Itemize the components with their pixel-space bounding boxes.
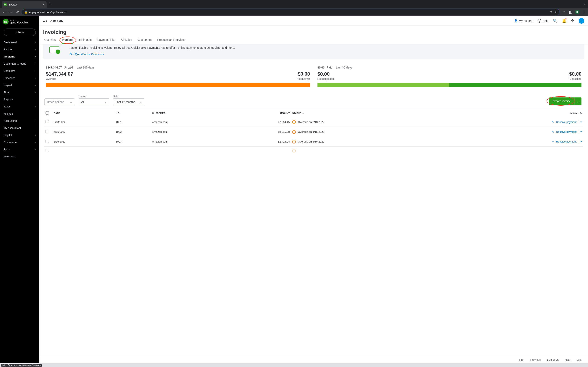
- promo-link[interactable]: Get QuickBooks Payments: [70, 53, 104, 56]
- kebab-icon[interactable]: ⋮: [582, 10, 586, 14]
- edit-icon[interactable]: ✎: [552, 120, 554, 124]
- summary-paid[interactable]: $0.00 Paid Last 30 days $0.00Not deposit…: [318, 66, 582, 87]
- company-name[interactable]: Acme US: [51, 19, 63, 22]
- tab-invoices[interactable]: Invoices: [62, 38, 73, 44]
- col-amount[interactable]: AMOUNT: [229, 109, 291, 117]
- receive-payment-link[interactable]: Receive payment: [556, 130, 577, 133]
- pager-next[interactable]: Next: [565, 358, 571, 361]
- edit-icon[interactable]: ✎: [552, 140, 554, 143]
- table-settings-icon[interactable]: ⚙: [579, 112, 582, 115]
- edit-icon[interactable]: ✎: [552, 130, 554, 133]
- row-checkbox[interactable]: [45, 140, 49, 143]
- browser-toolbar: ← → ⟳ 🔒 app.qbo.intuit.com/app/invoices …: [0, 8, 588, 16]
- new-tab-button[interactable]: +: [49, 2, 51, 6]
- close-icon[interactable]: ×: [43, 3, 44, 6]
- col-status[interactable]: STATUS ▲: [291, 109, 441, 117]
- sidebar-item-expenses[interactable]: Expenses›: [0, 75, 39, 82]
- table-row[interactable]: 3/18/2022 1001 Amazon.com $7,934.45 !Ove…: [44, 117, 583, 127]
- avatar[interactable]: L: [579, 18, 584, 24]
- table-row[interactable]: 4/15/2022 1002 Amazon.com $8,219.08 !Ove…: [44, 127, 583, 137]
- select-all-checkbox[interactable]: [45, 111, 49, 115]
- chevron-right-icon: ›: [35, 141, 36, 144]
- cell-no: 1003: [114, 137, 151, 147]
- star-icon[interactable]: ☆: [554, 10, 557, 14]
- sidebar-item-commerce[interactable]: Commerce›: [0, 139, 39, 146]
- sidebar-item-payroll[interactable]: Payroll›: [0, 82, 39, 89]
- row-checkbox[interactable]: [45, 149, 49, 152]
- paid-period: Last 30 days: [336, 66, 352, 69]
- chevron-right-icon: ›: [35, 41, 36, 44]
- col-customer[interactable]: CUSTOMER: [151, 109, 229, 117]
- receive-payment-link[interactable]: Receive payment: [556, 140, 577, 143]
- sidebar-item-invoicing[interactable]: Invoicing›: [0, 53, 39, 60]
- action-dropdown[interactable]: ▾: [579, 140, 582, 143]
- back-button[interactable]: ←: [2, 10, 6, 14]
- pager-first[interactable]: First: [519, 358, 524, 361]
- date-select[interactable]: Last 12 months⌄: [113, 99, 144, 105]
- tab-estimates[interactable]: Estimates: [79, 38, 91, 44]
- row-checkbox[interactable]: [45, 130, 49, 133]
- row-checkbox[interactable]: [45, 120, 49, 123]
- sidebar-item-capital[interactable]: Capital›: [0, 132, 39, 139]
- sidebar-item-taxes[interactable]: Taxes›: [0, 103, 39, 110]
- tab-title: Invoices: [9, 3, 41, 6]
- sidebar-item-cash-flow[interactable]: Cash flow›: [0, 67, 39, 75]
- brand-logo[interactable]: qb INTUIT quickbooks: [0, 16, 39, 26]
- col-no[interactable]: NO.: [114, 109, 151, 117]
- table-row[interactable]: 5/16/2022 1003 Amazon.com $2,414.04 !Ove…: [44, 137, 583, 147]
- date-field-label: Date: [113, 95, 144, 98]
- sidebar-item-dashboard[interactable]: Dashboard›: [0, 39, 39, 46]
- forward-button[interactable]: →: [9, 10, 13, 14]
- create-invoice-button[interactable]: Create invoice ⌄: [549, 98, 582, 105]
- receive-payment-link[interactable]: Receive payment: [556, 120, 577, 124]
- col-action[interactable]: ACTION: [570, 112, 579, 115]
- sidebar-item-time[interactable]: Time›: [0, 89, 39, 96]
- content: ≡◂ Acme US 👤 My Experts ? Help 🔍 🔔 ⚙ L I…: [39, 16, 588, 363]
- bell-icon[interactable]: 🔔: [562, 18, 566, 23]
- tab-customers[interactable]: Customers: [138, 38, 151, 44]
- panel-icon[interactable]: ◧: [568, 10, 572, 14]
- hamburger-icon[interactable]: ≡◂: [43, 18, 47, 23]
- topbar: ≡◂ Acme US 👤 My Experts ? Help 🔍 🔔 ⚙ L: [39, 16, 588, 26]
- profile-badge[interactable]: D: [575, 10, 579, 14]
- browser-tab[interactable]: qb Invoices ×: [2, 1, 47, 8]
- tab-products-and-services[interactable]: Products and services: [157, 38, 185, 44]
- status-select[interactable]: All⌄: [79, 99, 109, 105]
- cell-status: Overdue on 5/16/2022: [298, 140, 324, 143]
- summary-unpaid[interactable]: $147,344.07 Unpaid Last 365 days $147,34…: [46, 66, 310, 87]
- sidebar-item-label: Customers & leads: [4, 62, 26, 65]
- search-icon[interactable]: 🔍: [553, 18, 557, 23]
- action-dropdown[interactable]: ▾: [579, 120, 582, 124]
- extensions-icon[interactable]: ✦: [562, 10, 566, 14]
- action-dropdown[interactable]: ▾: [579, 130, 582, 133]
- sidebar-item-my-accountant[interactable]: My accountant: [0, 124, 39, 132]
- promo-banner: Faster, flexible invoicing is waiting. E…: [43, 44, 584, 59]
- share-icon[interactable]: ⇧: [550, 10, 553, 14]
- sidebar-item-banking[interactable]: Banking›: [0, 46, 39, 53]
- help-link[interactable]: ? Help: [537, 19, 548, 23]
- promo-text: Faster, flexible invoicing is waiting. E…: [70, 46, 235, 49]
- my-experts-link[interactable]: 👤 My Experts: [514, 19, 533, 22]
- tab-overview[interactable]: Overview: [44, 38, 56, 44]
- col-date[interactable]: DATE: [52, 109, 114, 117]
- new-button[interactable]: + New: [4, 29, 36, 36]
- batch-actions-select[interactable]: Batch actions⌄: [44, 99, 75, 105]
- sidebar-item-mileage[interactable]: Mileage: [0, 110, 39, 117]
- pager-prev[interactable]: Previous: [530, 358, 541, 361]
- gear-icon[interactable]: ⚙: [571, 18, 574, 23]
- sidebar-item-label: Expenses: [4, 76, 15, 80]
- sidebar-item-insurance[interactable]: Insurance: [0, 153, 39, 160]
- sidebar-item-accounting[interactable]: Accounting›: [0, 117, 39, 124]
- address-bar[interactable]: 🔒 app.qbo.intuit.com/app/invoices ⇧ ☆: [22, 9, 559, 15]
- tab-payment-links[interactable]: Payment links: [97, 38, 115, 44]
- chevron-down-icon[interactable]: ⌄: [583, 2, 586, 6]
- sidebar-item-apps[interactable]: Apps›: [0, 146, 39, 153]
- warning-icon: !: [292, 130, 296, 134]
- sidebar-item-reports[interactable]: Reports: [0, 96, 39, 103]
- reload-button[interactable]: ⟳: [15, 10, 19, 14]
- sidebar-item-label: Capital: [4, 133, 12, 137]
- pager-last[interactable]: Last: [576, 358, 581, 361]
- tab-all-sales[interactable]: All Sales: [121, 38, 132, 44]
- create-dropdown[interactable]: ⌄: [575, 98, 581, 105]
- sidebar-item-customers-leads[interactable]: Customers & leads›: [0, 60, 39, 67]
